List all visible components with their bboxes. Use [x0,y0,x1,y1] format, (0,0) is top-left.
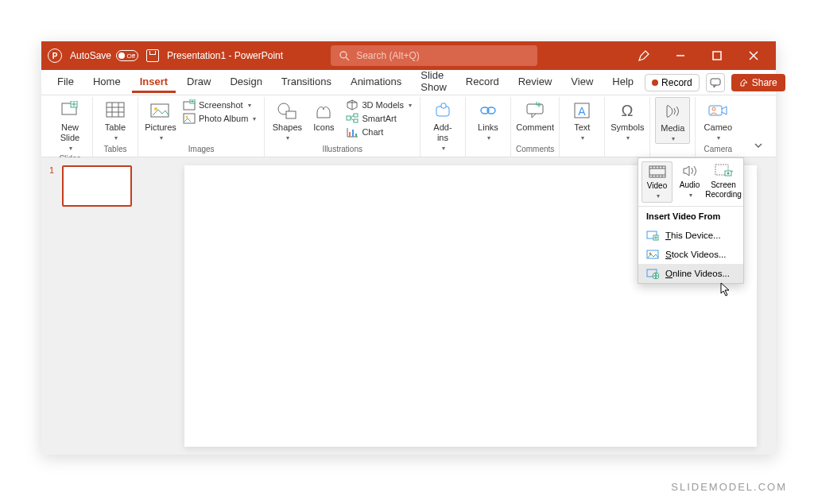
media-icon [661,101,684,122]
watermark: SLIDEMODEL.COM [671,481,787,493]
powerpoint-logo-icon: P [48,48,62,63]
titlebar: P AutoSave Off Presentation1 - PowerPoin… [41,41,776,70]
tab-insert[interactable]: Insert [132,72,176,93]
text-icon: A [571,100,593,121]
screen-recording-button[interactable]: Screen Recording [707,161,740,203]
tab-slideshow[interactable]: Slide Show [413,66,455,99]
svg-point-48 [712,107,715,110]
pen-icon[interactable] [628,41,660,70]
search-placeholder: Search (Alt+Q) [356,50,420,61]
tab-strip: File Home Insert Draw Design Transitions… [41,70,776,95]
cameo-button[interactable]: Cameo▾ [700,97,735,142]
svg-text:Ω: Ω [622,102,634,119]
new-slide-button[interactable]: New Slide▾ [52,97,87,153]
svg-rect-34 [352,130,354,137]
ribbon-collapse-icon[interactable] [747,134,769,157]
media-button[interactable]: Media▾ [655,97,690,144]
svg-rect-28 [354,119,358,122]
slide-thumbnail[interactable] [62,165,132,207]
tab-view[interactable]: View [563,72,601,93]
links-button[interactable]: Links▾ [471,97,506,142]
svg-rect-49 [649,166,665,177]
group-slides: New Slide▾ Slides [48,97,93,157]
comment-button[interactable]: Comment [517,97,552,133]
group-media: Media▾ [650,97,696,157]
share-button[interactable]: Share [731,74,785,91]
svg-rect-22 [184,114,195,123]
tab-record[interactable]: Record [458,72,507,93]
group-images: Pictures▾ Screenshot▾ Photo Album▾ Image… [138,97,265,157]
symbols-icon: Ω [616,100,638,121]
svg-text:A: A [579,105,587,118]
tab-draw[interactable]: Draw [179,72,219,93]
audio-button[interactable]: Audio▾ [674,161,705,203]
pictures-icon [149,100,172,121]
icons-button[interactable]: Icons [306,97,341,133]
pictures-button[interactable]: Pictures▾ [143,97,178,142]
tab-design[interactable]: Design [222,72,269,93]
workspace: 1 Video▾ Audio▾ Screen Recording [41,157,776,455]
ribbon: New Slide▾ Slides Table▾ Tables Pictures… [41,95,776,157]
svg-line-30 [351,118,354,121]
video-button[interactable]: Video▾ [642,161,673,203]
svg-rect-6 [711,79,720,85]
text-button[interactable]: A Text▾ [564,97,599,142]
search-icon [339,50,350,61]
save-icon[interactable] [146,49,159,62]
svg-rect-37 [441,103,446,108]
svg-point-23 [186,116,188,118]
online-videos-item[interactable]: Online Videos... [638,264,743,283]
tab-animations[interactable]: Animations [343,72,409,93]
cameo-icon [707,100,729,121]
table-button[interactable]: Table▾ [98,97,133,142]
svg-line-29 [351,115,354,118]
3d-models-button[interactable]: 3D Models▾ [343,99,415,111]
tab-file[interactable]: File [49,72,82,93]
group-camera: Cameo▾ Camera [696,97,740,157]
this-device-item[interactable]: This Device... [638,226,743,245]
stock-icon [646,249,659,260]
search-input[interactable]: Search (Alt+Q) [331,45,537,66]
addins-button[interactable]: Add- ins▾ [425,97,460,153]
record-button[interactable]: Record [645,74,700,91]
shapes-icon [276,100,298,121]
online-icon [646,268,659,279]
close-button[interactable] [738,41,769,70]
comments-toggle[interactable] [706,73,725,92]
symbols-button[interactable]: Ω Symbols▾ [610,97,645,142]
svg-point-17 [154,107,157,110]
media-dropdown: Video▾ Audio▾ Screen Recording Insert Vi… [638,157,744,284]
svg-point-0 [340,52,347,58]
new-slide-icon [59,100,81,121]
toggle-icon: Off [116,50,138,61]
maximize-button[interactable] [701,41,733,70]
group-symbols: Ω Symbols▾ [605,97,650,157]
svg-rect-27 [354,114,358,117]
smartart-button[interactable]: SmartArt [343,112,415,125]
group-tables: Table▾ Tables [93,97,138,157]
svg-point-62 [727,173,730,175]
shapes-button[interactable]: Shapes▾ [269,97,304,142]
device-icon [646,230,659,241]
svg-rect-11 [107,103,124,117]
chart-button[interactable]: Chart [343,126,415,138]
group-links: Links▾ [466,97,511,157]
stock-videos-item[interactable]: Stock Videos... [638,245,743,264]
svg-rect-26 [347,116,351,120]
comment-icon [524,100,546,121]
document-title: Presentation1 - PowerPoint [167,50,283,61]
group-addins: Add- ins▾ [421,97,466,157]
photo-album-button[interactable]: Photo Album▾ [180,112,259,125]
autosave-toggle[interactable]: AutoSave Off [70,50,138,61]
record-dot-icon [652,79,658,86]
screenshot-button[interactable]: Screenshot▾ [180,99,259,111]
addins-icon [432,100,454,121]
svg-rect-40 [527,104,543,114]
tab-home[interactable]: Home [85,72,129,93]
tab-transitions[interactable]: Transitions [273,72,339,93]
tab-help[interactable]: Help [604,72,642,93]
tab-review[interactable]: Review [510,72,560,93]
minimize-button[interactable] [665,41,696,70]
link-icon [477,100,499,121]
popup-header: Insert Video From [638,206,743,226]
